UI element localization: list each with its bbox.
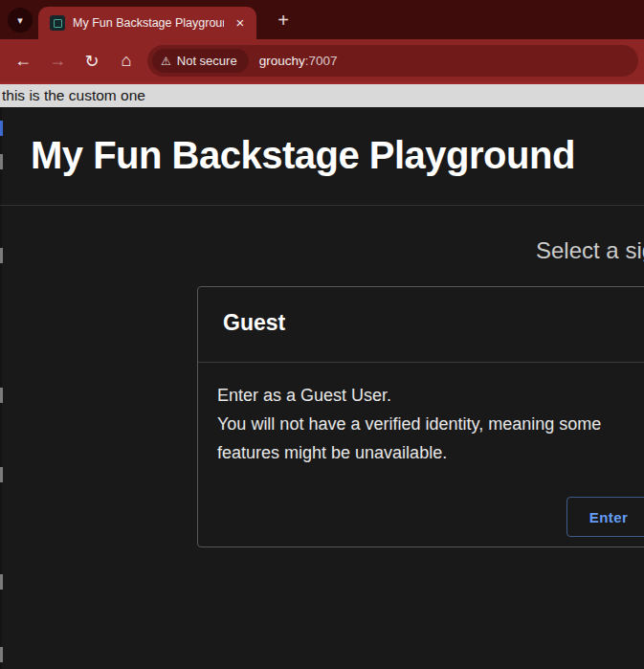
- browser-tab[interactable]: My Fun Backstage Playground ×: [38, 7, 256, 39]
- signin-heading: Select a sign-in method: [536, 237, 644, 264]
- back-button[interactable]: ←: [10, 48, 36, 75]
- sidebar-icon-sliver: [0, 154, 3, 169]
- guest-card-divider: [198, 362, 644, 363]
- guest-card-description: Enter as a Guest User. You will not have…: [217, 381, 619, 467]
- back-icon: ←: [14, 51, 32, 71]
- browser-tab-strip: ▾ My Fun Backstage Playground × +: [0, 0, 644, 39]
- chevron-down-icon: ▾: [17, 14, 23, 27]
- guest-description-line1: Enter as a Guest User.: [217, 381, 619, 410]
- warning-triangle-icon: ⚠: [161, 55, 171, 68]
- sidebar-icon-sliver: [0, 467, 3, 482]
- close-tab-icon[interactable]: ×: [232, 14, 249, 32]
- guest-description-line2: You will not have a verified identity, m…: [217, 410, 619, 467]
- address-bar[interactable]: ⚠ Not secure grouchy:7007: [147, 45, 638, 77]
- tab-search-button[interactable]: ▾: [8, 8, 33, 33]
- page-content: My Fun Backstage Playground Select a sig…: [0, 107, 644, 669]
- forward-icon: →: [49, 51, 66, 71]
- custom-banner: this is the custom one: [0, 84, 644, 107]
- security-label: Not secure: [177, 54, 237, 68]
- guest-card-header: Guest: [198, 287, 644, 362]
- tab-title: My Fun Backstage Playground: [73, 16, 224, 30]
- forward-button[interactable]: →: [44, 48, 71, 75]
- enter-button[interactable]: Enter: [566, 497, 644, 537]
- sidebar-icon-sliver: [0, 248, 3, 263]
- sidebar-icon-sliver: [0, 388, 3, 403]
- header-divider: [0, 205, 644, 206]
- sidebar-icon-sliver: [0, 121, 3, 136]
- guest-card-title: Guest: [223, 310, 644, 336]
- refresh-icon: ↻: [84, 51, 99, 72]
- sidebar-icon-sliver: [0, 574, 3, 590]
- security-chip[interactable]: ⚠ Not secure: [152, 49, 249, 73]
- page-title: My Fun Backstage Playground: [31, 134, 575, 177]
- url-text: grouchy:7007: [259, 54, 338, 68]
- backstage-favicon-icon: [50, 15, 65, 31]
- browser-toolbar: ← → ↻ ⌂ ⚠ Not secure grouchy:7007: [0, 39, 644, 84]
- home-icon: ⌂: [122, 51, 132, 71]
- sidebar-icon-sliver: [0, 647, 3, 662]
- new-tab-button[interactable]: +: [272, 9, 295, 32]
- guest-signin-card: Guest Enter as a Guest User. You will no…: [197, 286, 644, 547]
- url-host: grouchy: [259, 54, 305, 68]
- refresh-button[interactable]: ↻: [78, 48, 105, 75]
- home-button[interactable]: ⌂: [113, 48, 140, 75]
- url-port: :7007: [305, 54, 338, 68]
